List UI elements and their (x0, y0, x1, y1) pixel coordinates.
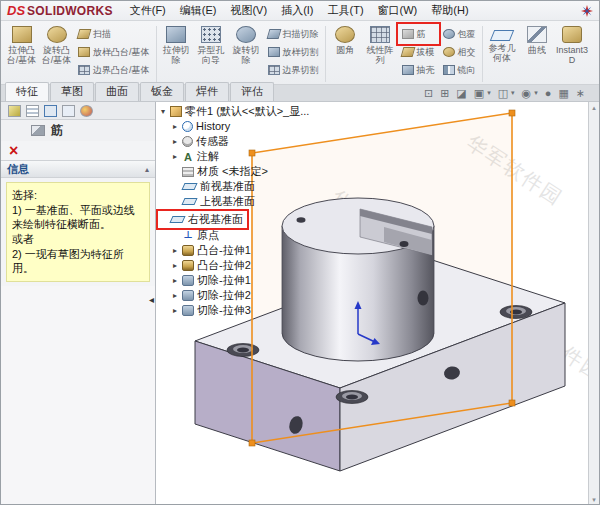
menu-edit[interactable]: 编辑(E) (173, 1, 224, 20)
plane-handle[interactable] (509, 400, 515, 406)
hide-show-items-icon[interactable]: ◉ (522, 87, 532, 99)
zoom-area-icon[interactable]: ⊞ (440, 87, 449, 99)
solidworks-star-icon[interactable] (581, 5, 593, 17)
zoom-fit-icon[interactable]: ⊡ (424, 87, 433, 99)
view-settings-icon[interactable]: ∗ (576, 87, 585, 99)
scroll-up-icon[interactable]: ▴ (592, 104, 596, 112)
expand-arrow-icon[interactable]: ▾ (159, 107, 167, 116)
swept-cut-icon (266, 29, 281, 39)
vertical-scrollbar[interactable]: ▴ ▾ (588, 102, 599, 505)
expand-arrow-icon[interactable]: ▸ (171, 291, 179, 300)
menu-window[interactable]: 窗口(W) (371, 1, 425, 20)
panel-collapse-arrow[interactable]: ◂ (149, 294, 154, 305)
tree-item-cut-extrude2[interactable]: ▸ 切除-拉伸2 (159, 288, 309, 303)
dimxpertmanager-tab-icon[interactable] (62, 105, 75, 117)
tree-item-top-plane[interactable]: 上视基准面 (159, 194, 309, 209)
linear-pattern-icon (370, 26, 390, 43)
menu-view[interactable]: 视图(V) (223, 1, 274, 20)
wrap-button[interactable]: 包覆 (440, 25, 479, 43)
linear-pattern-button[interactable]: 线性阵列 (364, 24, 397, 66)
tree-item-front-plane[interactable]: 前视基准面 (159, 179, 309, 194)
plane-handle[interactable] (249, 440, 255, 446)
extruded-cut-button[interactable]: 拉伸切除 (160, 24, 193, 66)
main-area: 筋 × 信息 ▴ 选择: 1) 一基准面、平面或边线来绘制特征横断面。 或者 2… (1, 102, 599, 505)
mirror-button[interactable]: 镜向 (440, 61, 479, 79)
boundary-cut-label: 边界切割 (283, 64, 319, 77)
expand-arrow-icon[interactable]: ▸ (171, 276, 179, 285)
expand-arrow-icon[interactable]: ▸ (171, 152, 179, 161)
cylinder-side-hole[interactable] (418, 291, 429, 306)
displaymanager-tab-icon[interactable] (80, 105, 93, 117)
cut-small-group: 扫描切除 放样切割 边界切割 (265, 24, 322, 79)
tree-item-boss-extrude1[interactable]: ▸ 凸台-拉伸1 (159, 243, 309, 258)
menu-insert[interactable]: 插入(I) (274, 1, 320, 20)
tab-sketch[interactable]: 草图 (50, 82, 94, 101)
tree-item-label: History (196, 120, 230, 133)
expand-arrow-icon[interactable]: ▸ (171, 261, 179, 270)
boundary-boss-button[interactable]: 边界凸台/基体 (75, 61, 153, 79)
tab-features[interactable]: 特征 (5, 82, 49, 101)
extruded-boss-label: 拉伸凸台/基体 (5, 45, 38, 66)
tree-item-annotations[interactable]: ▸ A 注解 (159, 149, 309, 164)
tree-item-root[interactable]: ▾ 零件1 (默认<<默认>_显... (159, 104, 309, 119)
draft-label: 拔模 (417, 46, 435, 59)
apply-scene-icon[interactable]: ▦ (558, 87, 568, 99)
expand-arrow-icon[interactable]: ▸ (171, 246, 179, 255)
reference-geometry-button[interactable]: 参考几何体 (486, 24, 519, 64)
extruded-boss-button[interactable]: 拉伸凸台/基体 (5, 24, 38, 66)
view-orientation-icon[interactable]: ▣ (474, 87, 484, 99)
curves-button[interactable]: 曲线 (521, 24, 554, 66)
tree-item-right-plane[interactable]: 右视基准面 (159, 212, 243, 227)
fillet-button[interactable]: 圆角 (329, 24, 362, 66)
tab-evaluate[interactable]: 评估 (230, 82, 274, 101)
featuremanager-tab-icon[interactable] (26, 105, 39, 117)
sweep-button[interactable]: 扫描 (75, 25, 153, 43)
property-manager-panel: 筋 × 信息 ▴ 选择: 1) 一基准面、平面或边线来绘制特征横断面。 或者 2… (1, 102, 156, 505)
message-line: 1) 一基准面、平面或边线来绘制特征横断面。 (12, 203, 144, 231)
dropdown-caret-icon[interactable]: ▾ (534, 89, 538, 97)
menu-help[interactable]: 帮助(H) (424, 1, 475, 20)
shell-icon (402, 65, 414, 75)
propertymanager-tab-icon[interactable] (8, 105, 21, 117)
message-section-header[interactable]: 信息 ▴ (1, 161, 155, 178)
tab-sheet-metal[interactable]: 钣金 (140, 82, 184, 101)
draft-button[interactable]: 拔模 (399, 43, 438, 61)
rib-button[interactable]: 筋 (399, 25, 438, 43)
scroll-down-icon[interactable]: ▾ (592, 496, 596, 504)
edit-appearance-icon[interactable]: ● (545, 87, 552, 99)
lofted-cut-button[interactable]: 放样切割 (265, 43, 322, 61)
hole-wizard-button[interactable]: 异型孔向导 (195, 24, 228, 66)
dropdown-caret-icon[interactable]: ▾ (487, 89, 491, 97)
menu-file[interactable]: 文件(F) (123, 1, 173, 20)
expand-arrow-icon[interactable]: ▸ (171, 122, 179, 131)
tree-item-cut-extrude3[interactable]: ▸ 切除-拉伸3 (159, 303, 309, 318)
configurationmanager-tab-icon[interactable] (44, 105, 57, 117)
tree-item-history[interactable]: ▸ History (159, 119, 309, 134)
plane-handle[interactable] (509, 110, 515, 116)
tree-item-origin[interactable]: ⊥ 原点 (159, 228, 309, 243)
dropdown-caret-icon[interactable]: ▾ (511, 89, 515, 97)
menu-tools[interactable]: 工具(T) (321, 1, 371, 20)
tab-weldments[interactable]: 焊件 (185, 82, 229, 101)
tree-item-material[interactable]: 材质 <未指定> (159, 164, 309, 179)
expand-arrow-icon[interactable]: ▸ (171, 306, 179, 315)
shell-button[interactable]: 抽壳 (399, 61, 438, 79)
cancel-button[interactable]: × (9, 143, 18, 159)
lofted-boss-button[interactable]: 放样凸台/基体 (75, 43, 153, 61)
swept-cut-button[interactable]: 扫描切除 (265, 25, 322, 43)
tree-item-boss-extrude2[interactable]: ▸ 凸台-拉伸2 (159, 258, 309, 273)
expand-arrow-icon[interactable]: ▸ (171, 137, 179, 146)
tree-item-cut-extrude1[interactable]: ▸ 切除-拉伸1 (159, 273, 309, 288)
display-style-icon[interactable]: ◫ (498, 87, 508, 99)
instant3d-button[interactable]: Instant3D (556, 24, 589, 66)
revolved-boss-button[interactable]: 旋转凸台/基体 (40, 24, 73, 66)
cut-extrude-icon (182, 275, 194, 286)
sensors-icon (182, 136, 193, 147)
revolved-cut-button[interactable]: 旋转切除 (230, 24, 263, 66)
command-title-bar: 筋 (1, 120, 155, 141)
intersect-button[interactable]: 相交 (440, 43, 479, 61)
section-view-icon[interactable]: ◪ (456, 87, 466, 99)
boundary-cut-button[interactable]: 边界切割 (265, 61, 322, 79)
tree-item-sensors[interactable]: ▸ 传感器 (159, 134, 309, 149)
tab-surfaces[interactable]: 曲面 (95, 82, 139, 101)
